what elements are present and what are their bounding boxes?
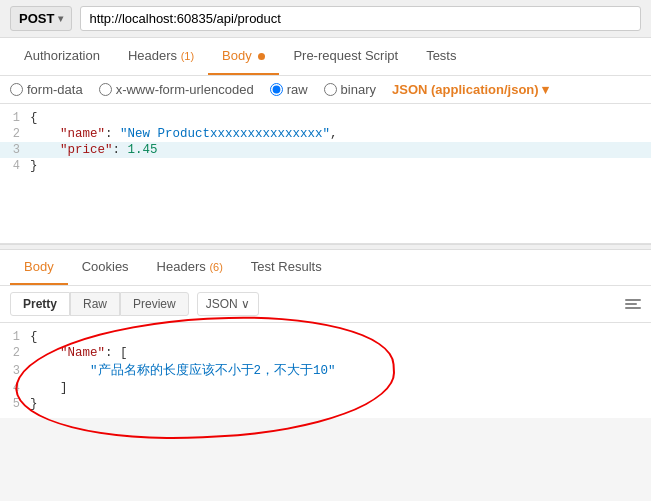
code-line-3: 3 "price": 1.45 [0,142,651,158]
tab-authorization[interactable]: Authorization [10,38,114,75]
headers-badge: (1) [181,50,194,62]
raw-button[interactable]: Raw [70,292,120,316]
response-tab-test-results[interactable]: Test Results [237,250,336,285]
response-format-dropdown[interactable]: JSON ∨ [197,292,259,316]
word-wrap-icon[interactable] [625,299,641,309]
tab-body[interactable]: Body [208,38,279,75]
code-line-2: 2 "name": "New Productxxxxxxxxxxxxxxx", [0,126,651,142]
urlencoded-option[interactable]: x-www-form-urlencoded [99,82,254,97]
code-line-1: 1 { [0,110,651,126]
view-controls: Pretty Raw Preview JSON ∨ [0,286,651,323]
response-headers-badge: (6) [209,261,222,273]
request-tabs-row: Authorization Headers (1) Body Pre-reque… [0,38,651,76]
url-input[interactable] [80,6,641,31]
body-dot [258,53,265,60]
response-tab-cookies[interactable]: Cookies [68,250,143,285]
response-tab-headers[interactable]: Headers (6) [143,250,237,285]
binary-option[interactable]: binary [324,82,376,97]
method-arrow: ▾ [58,13,63,24]
form-data-option[interactable]: form-data [10,82,83,97]
resp-code-line-1: 1 { [0,329,651,345]
body-type-row: form-data x-www-form-urlencoded raw bina… [0,76,651,104]
resp-code-line-5: 5 } [0,396,651,412]
url-bar: POST ▾ [0,0,651,38]
tab-tests[interactable]: Tests [412,38,470,75]
request-body-editor[interactable]: 1 { 2 "name": "New Productxxxxxxxxxxxxxx… [0,104,651,244]
resp-code-line-3: 3 "产品名称的长度应该不小于2，不大于10" [0,361,651,380]
method-label: POST [19,11,54,26]
tab-headers[interactable]: Headers (1) [114,38,208,75]
wrap-lines-icon [625,299,641,309]
preview-button[interactable]: Preview [120,292,189,316]
format-selector[interactable]: JSON (application/json) ▾ [392,82,549,97]
tab-pre-request-script[interactable]: Pre-request Script [279,38,412,75]
response-body-editor[interactable]: 1 { 2 "Name": [ 3 "产品名称的长度应该不小于2，不大于10" … [0,323,651,418]
response-tabs-row: Body Cookies Headers (6) Test Results [0,250,651,286]
raw-option[interactable]: raw [270,82,308,97]
method-selector[interactable]: POST ▾ [10,6,72,31]
resp-code-line-4: 4 ] [0,380,651,396]
response-tab-body[interactable]: Body [10,250,68,285]
code-line-4: 4 } [0,158,651,174]
resp-code-line-2: 2 "Name": [ [0,345,651,361]
pretty-button[interactable]: Pretty [10,292,70,316]
response-section: Body Cookies Headers (6) Test Results Pr… [0,250,651,418]
